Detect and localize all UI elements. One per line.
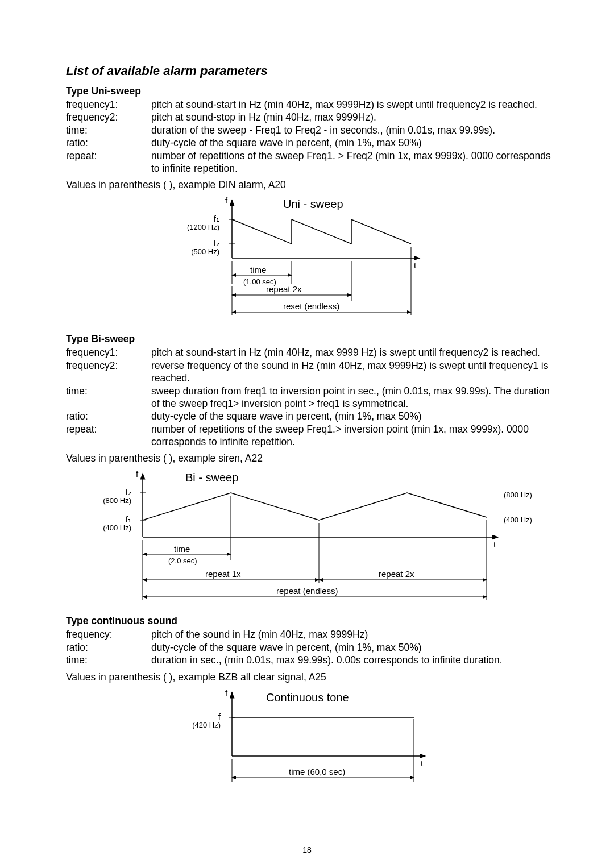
param-row: repeat:number of repetitions of the swee…	[66, 149, 557, 175]
param-row: frequency1:pitch at sound-start in Hz (m…	[66, 346, 557, 359]
param-desc: pitch at sound-start in Hz (min 40Hz, ma…	[151, 98, 557, 111]
param-row: frequency:pitch of the sound in Hz (min …	[66, 628, 557, 641]
f2-hz: (800 Hz)	[103, 496, 131, 505]
bi-example: Values in parenthesis ( ), example siren…	[66, 452, 557, 464]
time-label: time	[250, 265, 266, 275]
f1-label: f₁	[214, 214, 219, 223]
reset-label: reset (endless)	[283, 301, 339, 311]
param-desc: duty-cycle of the square wave in percent…	[151, 641, 557, 654]
y-axis-label: f	[225, 688, 228, 697]
page-title: List of available alarm parameters	[66, 64, 557, 78]
f2-label: f₂	[214, 238, 219, 248]
y-axis-label: f	[136, 469, 139, 479]
param-desc: pitch at sound-stop in Hz (min 40Hz, max…	[151, 111, 557, 123]
f1-hz: (400 Hz)	[103, 524, 131, 532]
param-row: time:sweep duration from freq1 to invers…	[66, 385, 557, 410]
param-row: repeat:number of repetitions of the swee…	[66, 423, 557, 448]
time-sub: (2,0 sec)	[168, 556, 197, 565]
param-label: time:	[66, 385, 151, 410]
param-row: frequency1:pitch at sound-start in Hz (m…	[66, 98, 557, 111]
f1-hz: (1200 Hz)	[187, 223, 219, 231]
param-row: time:duration of the sweep - Freq1 to Fr…	[66, 124, 557, 136]
param-desc: duration in sec., (min 0.01s, max 99.99s…	[151, 654, 557, 666]
param-row: frequency2: reverse frequency of the sou…	[66, 359, 557, 385]
f-label: f	[218, 712, 221, 721]
cont-head: Type continuous sound	[66, 615, 557, 627]
param-label: ratio:	[66, 410, 151, 422]
param-desc: duty-cycle of the square wave in percent…	[151, 410, 557, 422]
fig-title: Bi - sweep	[185, 471, 238, 484]
x-axis-label: t	[421, 758, 424, 768]
f1-label: f₁	[126, 514, 131, 524]
repeat-endless-label: repeat (endless)	[276, 586, 338, 596]
continuous-figure: f t Continuous tone f (420 Hz) time (60,…	[175, 688, 448, 790]
param-label: frequency:	[66, 628, 151, 641]
fig-title: Continuous tone	[266, 691, 349, 704]
param-label: frequency2:	[66, 359, 151, 385]
page-number: 18	[0, 845, 614, 854]
param-label: time:	[66, 124, 151, 136]
uni-sweep-figure: f t Uni - sweep f₁ (1200 Hz) f₂ (500 Hz)…	[175, 196, 448, 326]
param-desc: pitch at sound-start in Hz (min 40Hz, ma…	[151, 346, 557, 359]
param-label: time:	[66, 654, 151, 666]
param-row: ratio:duty-cycle of the square wave in p…	[66, 136, 557, 149]
f-hz: (420 Hz)	[192, 721, 221, 729]
time-label: time	[174, 544, 190, 554]
param-label: ratio:	[66, 641, 151, 654]
param-desc: number of repetitions of the sweep Freq1…	[151, 149, 557, 175]
param-desc: sweep duration from freq1 to inversion p…	[151, 385, 557, 410]
y-axis-label: f	[225, 196, 228, 205]
param-label: frequency1:	[66, 346, 151, 359]
uni-head: Type Uni-sweep	[66, 85, 557, 97]
repeat-label: repeat 2x	[266, 284, 302, 294]
f2-hz: (500 Hz)	[191, 247, 219, 256]
param-row: time:duration in sec., (min 0.01s, max 9…	[66, 654, 557, 666]
param-label: ratio:	[66, 136, 151, 149]
param-desc: duration of the sweep - Freq1 to Freq2 -…	[151, 124, 557, 136]
repeat1-label: repeat 1x	[205, 569, 241, 579]
right-top: (800 Hz)	[504, 491, 532, 499]
param-desc: duty-cycle of the square wave in percent…	[151, 136, 557, 149]
time-label: time (60,0 sec)	[289, 767, 345, 776]
param-label: repeat:	[66, 423, 151, 448]
bi-head: Type Bi-sweep	[66, 333, 557, 345]
x-axis-label: t	[493, 539, 496, 549]
x-axis-label: t	[414, 260, 417, 270]
param-desc: reverse frequency of the sound in Hz (mi…	[151, 359, 557, 385]
bi-sweep-figure: f t Bi - sweep f₂ (800 Hz) f₁ (400 Hz) (…	[89, 469, 544, 608]
right-bot: (400 Hz)	[504, 516, 532, 524]
param-row: ratio:duty-cycle of the square wave in p…	[66, 641, 557, 654]
param-row: ratio:duty-cycle of the square wave in p…	[66, 410, 557, 422]
param-label: frequency1:	[66, 98, 151, 111]
param-row: frequency2:pitch at sound-stop in Hz (mi…	[66, 111, 557, 123]
repeat2-label: repeat 2x	[379, 569, 414, 579]
f2-label: f₂	[126, 487, 131, 497]
param-desc: number of repetitions of the sweep Freq1…	[151, 423, 557, 448]
param-label: frequency2:	[66, 111, 151, 123]
cont-example: Values in parenthesis ( ), example BZB a…	[66, 671, 557, 683]
uni-example: Values in parenthesis ( ), example DIN a…	[66, 179, 557, 191]
param-label: repeat:	[66, 149, 151, 175]
fig-title: Uni - sweep	[283, 198, 343, 210]
param-desc: pitch of the sound in Hz (min 40Hz, max …	[151, 628, 557, 641]
